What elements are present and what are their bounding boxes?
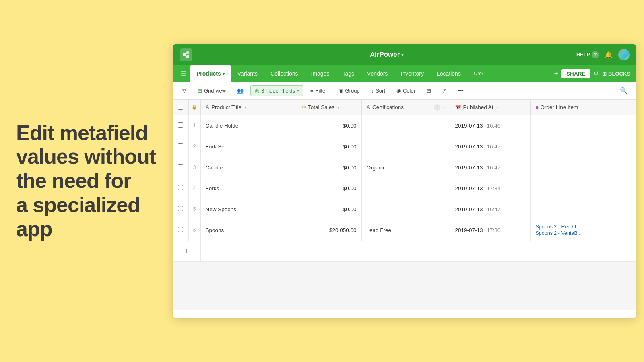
- certifications-cell[interactable]: [361, 115, 450, 136]
- certifications-cell[interactable]: [361, 199, 450, 220]
- product-title-cell[interactable]: Spoons: [200, 220, 297, 241]
- th-published-at[interactable]: 📅 Published At ▾: [450, 100, 530, 115]
- order-item[interactable]: Spoons 2 - VentaB...: [536, 230, 632, 236]
- hidden-fields-button[interactable]: ◎ 3 hidden fields ▾: [250, 85, 303, 96]
- row-checkbox[interactable]: [178, 122, 183, 128]
- th-row-num: 🔒: [188, 100, 200, 115]
- th-order-line-items[interactable]: ≡ Order Line Item: [530, 100, 636, 115]
- export-button[interactable]: ↗: [438, 85, 451, 96]
- product-title-cell[interactable]: New Spoons: [200, 199, 297, 220]
- empty-row: [173, 294, 636, 310]
- color-button[interactable]: ◉ Color: [392, 85, 420, 96]
- user-avatar[interactable]: [618, 49, 630, 60]
- add-tab-icon[interactable]: +: [554, 70, 559, 78]
- hero-line5: app: [16, 217, 52, 241]
- help-button[interactable]: HELP ?: [576, 51, 599, 58]
- row-checkbox[interactable]: [178, 185, 183, 190]
- bell-icon[interactable]: 🔔: [605, 51, 613, 59]
- row-checkbox[interactable]: [178, 227, 183, 232]
- product-title-cell[interactable]: Candle: [200, 157, 297, 178]
- product-title-cell[interactable]: Forks: [200, 178, 297, 199]
- order-line-items-cell: [530, 178, 636, 199]
- tab-products-chevron: ▾: [223, 72, 225, 76]
- th-product-title[interactable]: A Product Title ▾: [200, 100, 297, 115]
- published-at-sort-chevron: ▾: [496, 105, 498, 109]
- hero-line3: the need for: [16, 169, 131, 192]
- published-time: 16:47: [487, 165, 501, 171]
- row-checkbox[interactable]: [178, 164, 183, 169]
- table-row: 6Spoons$20,050.00Lead Free2019-07-1317:3…: [173, 220, 636, 241]
- tab-orders[interactable]: Ord ●: [467, 65, 490, 82]
- tab-products[interactable]: Products ▾: [190, 65, 231, 82]
- published-at-cell: 2019-07-1317:34: [450, 178, 530, 199]
- tab-inventory[interactable]: Inventory: [394, 65, 430, 82]
- help-icon: ?: [592, 51, 599, 58]
- hidden-fields-chevron: ▾: [297, 88, 299, 93]
- certifications-cell[interactable]: [361, 178, 450, 199]
- filter-rows-button[interactable]: ▽: [178, 85, 191, 96]
- add-row[interactable]: +: [173, 241, 636, 261]
- blocks-button[interactable]: ⊞ BLOCKS: [602, 71, 630, 77]
- row-height-button[interactable]: ⊟: [422, 85, 436, 96]
- tab-collections[interactable]: Collections: [264, 65, 304, 82]
- product-title-cell[interactable]: Candle Holder: [200, 115, 297, 136]
- top-nav: AirPower ▾ HELP ? 🔔: [173, 44, 636, 65]
- tab-icons-right: + SHARE ↺ ⊞ BLOCKS: [554, 65, 633, 82]
- order-item[interactable]: Spoons 2 - Red / L...: [536, 224, 632, 230]
- order-line-items-cell: [530, 199, 636, 220]
- tab-vendors[interactable]: Vendors: [361, 65, 394, 82]
- row-checkbox-cell[interactable]: [173, 199, 188, 220]
- row-checkbox[interactable]: [178, 206, 183, 211]
- row-checkbox-cell[interactable]: [173, 136, 188, 157]
- group-button[interactable]: ▣ Group: [334, 85, 364, 96]
- people-button[interactable]: 👥: [233, 85, 248, 96]
- certifications-cell[interactable]: Organic: [361, 157, 450, 178]
- certifications-cell[interactable]: Lead Free: [361, 220, 450, 241]
- tab-images[interactable]: Images: [305, 65, 336, 82]
- grid-view-button[interactable]: ⊞ Grid view: [193, 85, 230, 96]
- search-icon: 🔍: [620, 87, 628, 94]
- row-checkbox-cell[interactable]: [173, 115, 188, 136]
- hamburger-icon[interactable]: ☰: [176, 65, 190, 82]
- product-title-cell[interactable]: Fork Set: [200, 136, 297, 157]
- order-line-items-cell: [530, 136, 636, 157]
- certifications-info-icon: i: [434, 104, 440, 111]
- share-button[interactable]: SHARE: [561, 69, 590, 78]
- published-date: 2019-07-13: [455, 165, 483, 171]
- published-time: 17:34: [487, 185, 501, 191]
- row-number: 5: [188, 199, 200, 220]
- th-total-sales[interactable]: © Total Sales ▾: [297, 100, 361, 115]
- table-row: 3Candle$0.00Organic2019-07-1316:47: [173, 157, 636, 178]
- certifications-cell[interactable]: [361, 136, 450, 157]
- tab-locations[interactable]: Locations: [430, 65, 467, 82]
- th-certifications[interactable]: A Certifications i ▾: [361, 100, 450, 115]
- svg-rect-1: [186, 51, 189, 54]
- select-all-checkbox[interactable]: [178, 105, 183, 110]
- th-select-all[interactable]: [173, 100, 188, 115]
- left-panel: Edit metafield values without the need f…: [0, 0, 173, 362]
- product-title-col-icon: A: [206, 104, 209, 110]
- row-checkbox-cell[interactable]: [173, 157, 188, 178]
- tab-tags[interactable]: Tags: [336, 65, 361, 82]
- table-row: 1Candle Holder$0.002019-07-1316:46: [173, 115, 636, 136]
- app-name-label[interactable]: AirPower ▾: [370, 51, 404, 59]
- app-logo[interactable]: [180, 48, 192, 61]
- svg-rect-0: [183, 53, 186, 56]
- add-row-cell[interactable]: +: [173, 241, 200, 261]
- filter-button[interactable]: ≡ Filter: [306, 85, 331, 96]
- order-line-items-cell: Spoons 2 - Red / L...Spoons 2 - VentaB..…: [530, 220, 636, 241]
- history-icon[interactable]: ↺: [594, 70, 599, 77]
- more-button[interactable]: •••: [454, 85, 468, 96]
- row-checkbox[interactable]: [178, 143, 183, 148]
- app-window: AirPower ▾ HELP ? 🔔 ☰ Products ▾ Variant…: [173, 44, 636, 318]
- row-height-icon: ⊟: [427, 88, 431, 94]
- row-number: 6: [188, 220, 200, 241]
- sort-button[interactable]: ↕ Sort: [367, 85, 390, 96]
- search-button[interactable]: 🔍: [617, 85, 631, 96]
- published-at-cell: 2019-07-1316:46: [450, 115, 530, 136]
- hidden-fields-icon: ◎: [255, 88, 259, 94]
- tab-variants[interactable]: Variants: [231, 65, 264, 82]
- row-checkbox-cell[interactable]: [173, 220, 188, 241]
- empty-row: [173, 261, 636, 278]
- row-checkbox-cell[interactable]: [173, 178, 188, 199]
